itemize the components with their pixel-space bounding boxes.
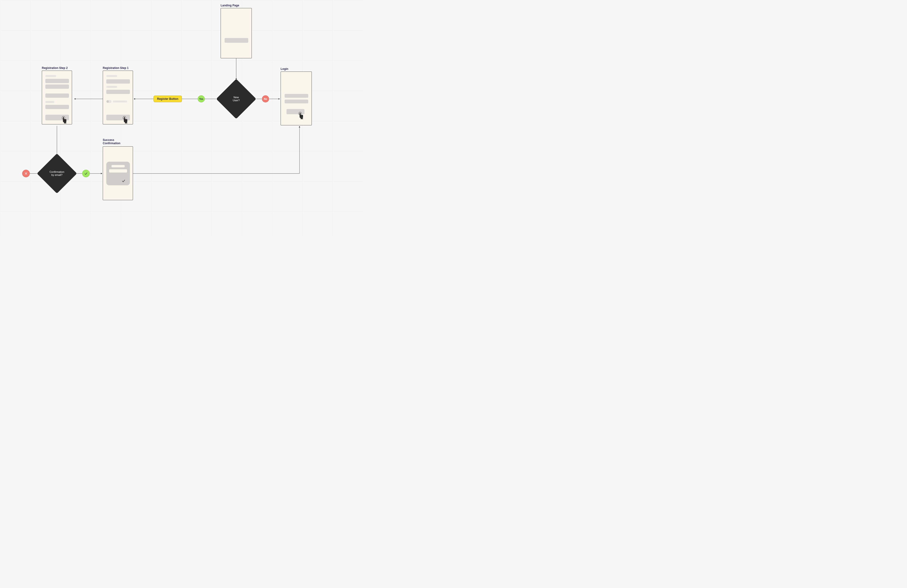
register-button-label: Register Button (157, 97, 178, 101)
reg1-title: Registration Step 1 (103, 66, 128, 70)
landing-frame[interactable] (221, 8, 252, 58)
new-user-decision[interactable]: NewUser? (216, 79, 256, 119)
cross-icon (24, 172, 28, 176)
reg2-title: Registration Step 2 (42, 66, 67, 70)
register-button-node[interactable]: Register Button (154, 96, 182, 102)
confirm-email-label: Confirmationby email? (46, 171, 67, 177)
flow-canvas[interactable]: Landing Page NewUser? No Yes Register Bu… (0, 0, 363, 236)
fail-badge (22, 170, 30, 177)
login-frame[interactable] (280, 72, 312, 125)
success-frame[interactable] (103, 146, 133, 200)
checkmark-icon (122, 179, 126, 183)
new-user-label: NewUser? (226, 96, 247, 102)
success-title: Success Confirmation (103, 138, 131, 145)
confirm-email-decision[interactable]: Confirmationby email? (37, 153, 77, 193)
landing-title: Landing Page (221, 4, 239, 7)
login-title: Login (280, 67, 288, 70)
no-label: No (264, 98, 267, 100)
success-badge (82, 170, 90, 177)
success-card-mock (106, 162, 130, 185)
reg2-frame[interactable] (42, 70, 72, 125)
no-badge: No (262, 95, 269, 102)
check-icon (84, 172, 88, 176)
yes-label: Yes (199, 98, 203, 100)
yes-badge: Yes (198, 95, 205, 102)
reg1-frame[interactable] (103, 70, 133, 125)
